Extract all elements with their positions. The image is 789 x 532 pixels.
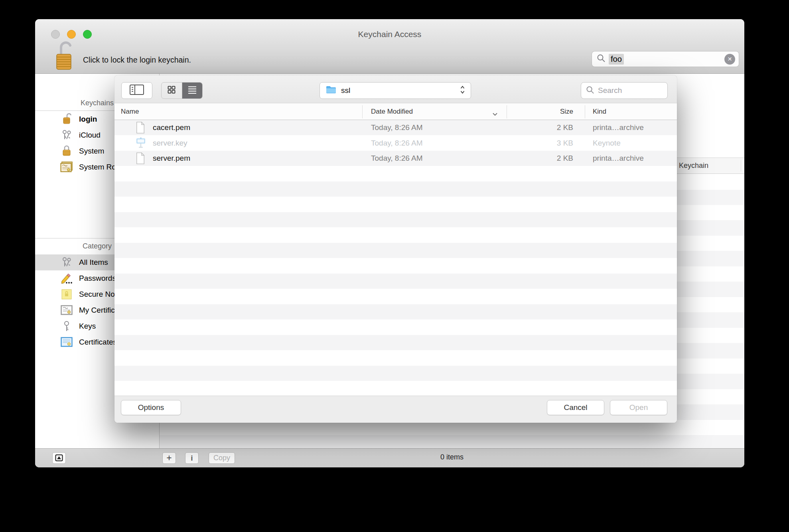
file-row-server-key: server.key Today, 8:26 AM 3 KB Keynote xyxy=(114,136,677,151)
keychain-column-header[interactable]: Keychain xyxy=(679,158,708,173)
dialog-search-input[interactable]: Search xyxy=(581,82,668,99)
status-bar: + i Copy 0 items xyxy=(35,448,744,467)
certificate-blue-icon xyxy=(60,337,73,347)
dialog-button-bar: Options Cancel Open xyxy=(114,396,677,423)
sidebar-item-label: Keys xyxy=(79,322,96,331)
file-list: cacert.pem Today, 8:26 AM 2 KB printa…ar… xyxy=(114,120,677,396)
search-icon xyxy=(597,54,606,64)
open-button[interactable]: Open xyxy=(610,400,667,415)
column-header-kind[interactable]: Kind xyxy=(593,104,606,120)
clear-search-icon[interactable]: ✕ xyxy=(724,54,735,65)
certificate-icon xyxy=(60,305,73,315)
keys-icon xyxy=(60,129,73,141)
pencil-icon xyxy=(60,272,73,284)
location-popup-value: ssl xyxy=(341,86,350,95)
file-table-header: Name Date Modified Size Kind xyxy=(114,104,677,120)
titlebar: Keychain Access Click to lock the login … xyxy=(35,19,744,74)
screen-background: Keychain Access Click to lock the login … xyxy=(0,0,789,532)
show-sidebar-button[interactable] xyxy=(121,82,152,99)
key-icon xyxy=(60,320,73,332)
locked-lock-icon xyxy=(60,144,73,158)
column-header-date-modified[interactable]: Date Modified xyxy=(371,104,413,120)
column-separator xyxy=(741,160,741,171)
window-title: Keychain Access xyxy=(35,30,744,39)
column-header-size[interactable]: Size xyxy=(560,104,573,120)
location-popup[interactable]: ssl xyxy=(320,82,471,99)
lock-status-message: Click to lock the login keychain. xyxy=(83,55,191,65)
keynote-file-icon xyxy=(136,137,146,151)
cancel-button[interactable]: Cancel xyxy=(547,400,604,415)
items-count: 0 items xyxy=(160,453,744,461)
search-text-selected: foo xyxy=(609,54,624,65)
column-separator xyxy=(585,105,585,118)
open-file-dialog: ssl Search Name Dat xyxy=(114,75,677,423)
icon-view-segment[interactable] xyxy=(162,83,182,99)
file-row-server-pem[interactable]: server.pem Today, 8:26 AM 2 KB printa…ar… xyxy=(114,151,677,166)
dialog-toolbar: ssl Search xyxy=(114,75,677,103)
sort-chevron-icon xyxy=(492,110,498,118)
unlocked-keychain-icon[interactable] xyxy=(53,40,77,73)
options-button[interactable]: Options xyxy=(121,400,181,415)
keychain-search-input[interactable]: foo ✕ xyxy=(592,51,739,67)
view-mode-segmented-control xyxy=(161,82,203,99)
list-view-icon xyxy=(187,85,197,96)
popup-chevrons-icon xyxy=(460,85,465,96)
toggle-keychains-button[interactable] xyxy=(52,452,66,464)
keys-icon xyxy=(60,256,73,268)
sidebar-toggle-icon xyxy=(129,84,145,97)
document-icon xyxy=(136,122,145,136)
unlocked-lock-icon xyxy=(60,112,73,126)
panel-toggle-icon xyxy=(55,456,63,463)
keychain-access-window: Keychain Access Click to lock the login … xyxy=(35,19,744,467)
folder-icon xyxy=(325,85,337,96)
sidebar-item-label: System xyxy=(79,147,104,156)
secure-note-icon xyxy=(60,289,73,300)
sidebar-item-label: Certificates xyxy=(79,338,117,347)
column-separator xyxy=(507,105,507,118)
file-row-cacert-pem[interactable]: cacert.pem Today, 8:26 AM 2 KB printa…ar… xyxy=(114,120,677,136)
sidebar-item-label: iCloud xyxy=(79,131,101,140)
sidebar-item-label: login xyxy=(79,115,97,124)
certificate-stack-icon xyxy=(60,162,73,173)
grid-view-icon xyxy=(167,85,176,96)
search-icon xyxy=(586,86,594,96)
sidebar-item-label: All Items xyxy=(79,258,108,267)
sidebar-item-label: Passwords xyxy=(79,274,116,283)
column-header-name[interactable]: Name xyxy=(121,104,139,120)
list-view-segment[interactable] xyxy=(182,83,202,99)
search-placeholder: Search xyxy=(598,86,622,95)
column-separator xyxy=(362,105,363,118)
document-icon xyxy=(136,152,145,166)
